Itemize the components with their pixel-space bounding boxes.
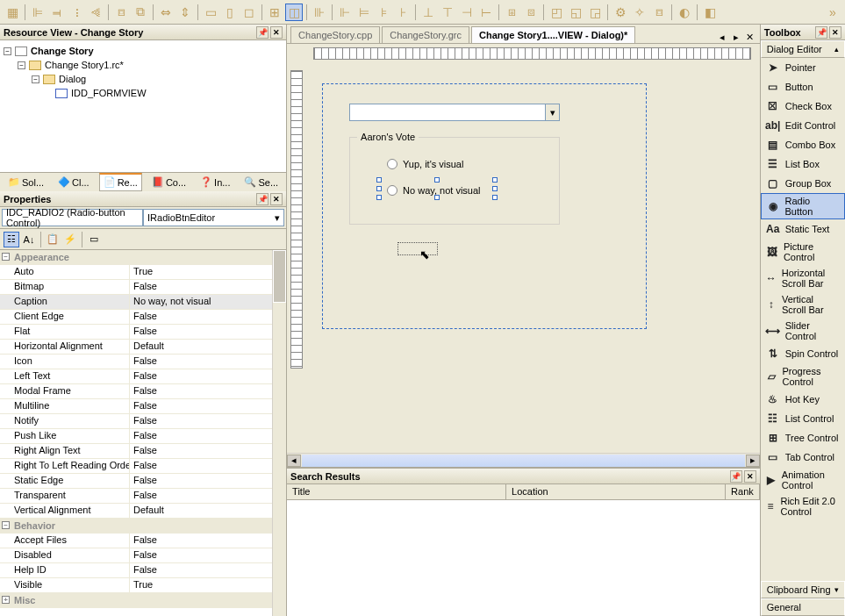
property-value[interactable]: False — [130, 280, 286, 294]
property-row[interactable]: Help IDFalse — [0, 563, 286, 578]
tree-form-label[interactable]: IDD_FORMVIEW — [71, 88, 147, 98]
toolbox-item-radio-button[interactable]: ◉Radio Button — [761, 193, 845, 219]
tree-rc-label[interactable]: Change Story1.rc* — [45, 60, 124, 70]
tb-icon[interactable]: ◱ — [567, 4, 584, 21]
property-value[interactable]: False — [130, 459, 286, 473]
pin-icon[interactable]: 📌 — [256, 193, 269, 205]
tree-collapse-icon[interactable]: − — [18, 61, 25, 69]
property-row[interactable]: BitmapFalse — [0, 280, 286, 295]
property-row[interactable]: IconFalse — [0, 355, 286, 369]
combobox-control[interactable]: ▾ — [349, 104, 560, 121]
property-value[interactable]: No way, not visual — [130, 295, 286, 309]
dialog-canvas[interactable]: ▾ Aaron's Vote Yup, it's visual No way, … — [322, 83, 647, 329]
tb-icon[interactable]: ⧆ — [503, 4, 520, 21]
dialog-designer[interactable]: ▾ Aaron's Vote Yup, it's visual No way, … — [287, 44, 760, 453]
property-row[interactable]: TransparentFalse — [0, 489, 286, 504]
tree-dialog-label[interactable]: Dialog — [59, 74, 86, 84]
toolbox-item-horizontal-scroll-bar[interactable]: ↔Horizontal Scroll Bar — [761, 265, 845, 291]
tb-icon[interactable]: ⊩ — [336, 4, 354, 21]
scroll-right-icon[interactable]: ▸ — [746, 455, 760, 467]
scroll-left-icon[interactable]: ◂ — [287, 455, 301, 467]
chevron-down-icon[interactable]: ▾ — [545, 104, 559, 120]
expand-icon[interactable]: + — [2, 596, 10, 604]
close-icon[interactable]: ✕ — [270, 26, 283, 39]
property-row[interactable]: DisabledFalse — [0, 548, 286, 563]
tb-icon[interactable]: ⊤ — [439, 4, 456, 21]
property-row[interactable]: MultilineFalse — [0, 399, 286, 414]
properties-icon[interactable]: 📋 — [45, 232, 61, 247]
toolbox-item-slider-control[interactable]: ⟷Slider Control — [761, 318, 845, 344]
property-value[interactable]: False — [130, 474, 286, 488]
toolbox-item-pointer[interactable]: ➤Pointer — [761, 58, 845, 77]
toolbox-item-list-box[interactable]: ☰List Box — [761, 154, 845, 174]
tb-icon[interactable]: ⊢ — [477, 4, 495, 21]
tb-align-right-icon[interactable]: ⫤ — [48, 4, 66, 21]
toolbox-item-progress-control[interactable]: ▱Progress Control — [761, 363, 845, 390]
property-pages-icon[interactable]: ▭ — [86, 232, 102, 247]
tb-icon[interactable]: ⊥ — [419, 4, 437, 21]
alphabetical-icon[interactable]: A↓ — [21, 232, 37, 247]
tb-icon[interactable]: ◲ — [586, 4, 604, 21]
tb-icon[interactable]: ⊨ — [355, 4, 373, 21]
toolbox-item-tab-control[interactable]: ▭Tab Control — [761, 448, 845, 467]
tb-grid-icon[interactable]: ⊞ — [266, 4, 283, 21]
tab-search[interactable]: 🔍Se... — [240, 174, 283, 191]
toolbox-item-vertical-scroll-bar[interactable]: ↕Vertical Scroll Bar — [761, 291, 845, 318]
property-row[interactable]: Client EdgeFalse — [0, 310, 286, 325]
tb-space-down-icon[interactable]: ⇕ — [176, 4, 194, 21]
toolbox-cat-dialog-editor[interactable]: Dialog Editor ▴ — [761, 40, 845, 58]
tree-collapse-icon[interactable]: − — [4, 47, 11, 55]
tab-classview[interactable]: 🔷Cl... — [54, 174, 94, 191]
tb-icon[interactable]: ⊣ — [458, 4, 476, 21]
toolbox-item-edit-control[interactable]: ab|Edit Control — [761, 116, 845, 135]
tb-same-width-icon[interactable]: ▭ — [202, 4, 219, 21]
property-value[interactable]: False — [130, 325, 286, 339]
tab-solution[interactable]: 📁Sol... — [4, 174, 48, 191]
category-behavior[interactable]: − Behavior — [0, 519, 286, 534]
tree-root-label[interactable]: Change Story — [31, 46, 94, 56]
property-value[interactable]: Default — [130, 340, 286, 354]
property-row[interactable]: Left TextFalse — [0, 369, 286, 384]
selection-handles[interactable] — [380, 181, 494, 197]
property-value[interactable]: False — [130, 414, 286, 428]
tb-icon[interactable]: ⊪ — [311, 4, 328, 21]
category-appearance[interactable]: − Appearance — [0, 250, 286, 265]
property-value[interactable]: False — [130, 489, 286, 503]
tree-collapse-icon[interactable]: − — [32, 75, 39, 83]
events-icon[interactable]: ⚡ — [62, 232, 78, 247]
resource-tree[interactable]: − Change Story − Change Story1.rc* − Dia… — [0, 40, 286, 172]
property-row[interactable]: Right Align TextFalse — [0, 444, 286, 459]
toolbox-cat-clipboard[interactable]: Clipboard Ring ▾ — [761, 581, 845, 598]
tb-space-across-icon[interactable]: ⇔ — [157, 4, 175, 21]
toolbox-item-check-box[interactable]: ☒Check Box — [761, 97, 845, 116]
property-value[interactable]: False — [130, 399, 286, 413]
scrollbar-track[interactable] — [302, 455, 745, 467]
property-value[interactable]: True — [130, 265, 286, 279]
tb-guides-icon[interactable]: ◫ — [285, 4, 303, 21]
ruler-vertical[interactable] — [290, 70, 303, 369]
property-row[interactable]: Modal FrameFalse — [0, 384, 286, 399]
tab-prev-icon[interactable]: ◂ — [716, 31, 728, 43]
toolbar-overflow-icon[interactable]: » — [824, 4, 841, 21]
properties-editor-selector[interactable]: IRadioBtnEditor ▾ — [143, 209, 284, 226]
scrollbar-thumb[interactable] — [273, 250, 286, 303]
category-misc[interactable]: + Misc — [0, 593, 286, 608]
property-value[interactable]: False — [130, 548, 286, 562]
tb-icon[interactable]: ⧈ — [650, 4, 668, 21]
col-location[interactable]: Location — [506, 484, 726, 499]
pin-icon[interactable]: 📌 — [815, 26, 827, 39]
toolbox-item-rich-edit-2-0-control[interactable]: ≡Rich Edit 2.0 Control — [761, 493, 845, 519]
close-icon[interactable]: ✕ — [744, 470, 756, 483]
property-row[interactable]: Static EdgeFalse — [0, 474, 286, 489]
properties-grid[interactable]: − Appearance AutoTrueBitmapFalseCaptionN… — [0, 250, 286, 616]
tb-same-size-icon[interactable]: ◻ — [240, 4, 258, 21]
tb-icon[interactable]: ◧ — [701, 4, 719, 21]
properties-scrollbar[interactable] — [272, 250, 286, 616]
property-value[interactable]: False — [130, 355, 286, 369]
property-row[interactable]: Vertical AlignmentDefault — [0, 504, 286, 519]
toolbox-item-animation-control[interactable]: ▶Animation Control — [761, 467, 845, 493]
property-row[interactable]: Push LikeFalse — [0, 429, 286, 444]
ruler-horizontal[interactable] — [313, 47, 751, 60]
col-rank[interactable]: Rank — [726, 484, 760, 499]
search-results-body[interactable] — [287, 500, 760, 616]
